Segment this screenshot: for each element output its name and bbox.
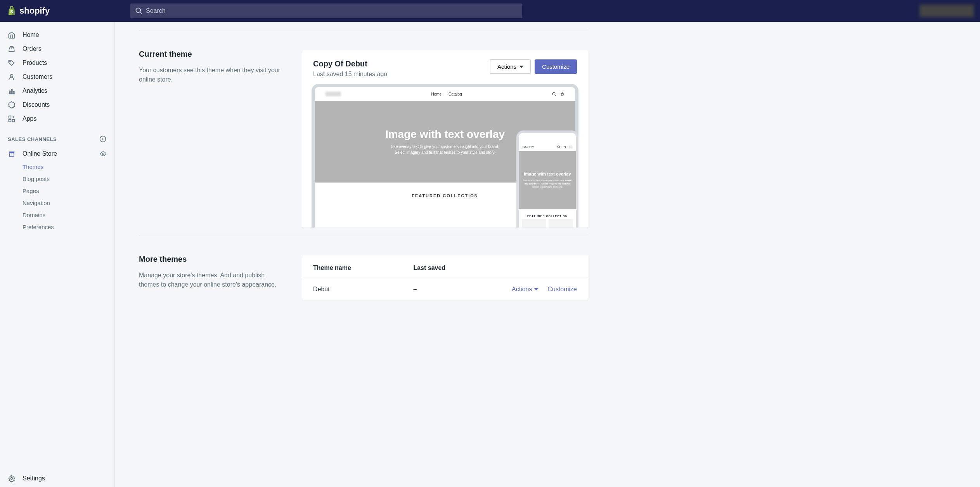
nav-label: Apps	[23, 115, 36, 122]
brand-name: shopify	[19, 6, 50, 16]
svg-point-3	[10, 61, 11, 62]
customize-button[interactable]: Customize	[535, 59, 577, 74]
theme-row: Debut – Actions Customize	[302, 278, 588, 301]
chart-icon	[8, 87, 16, 95]
nav-label: Orders	[23, 45, 42, 52]
subnav-domains[interactable]: Domains	[23, 209, 114, 221]
channel-label: Online Store	[23, 150, 57, 157]
preview-logo	[326, 92, 341, 96]
discount-icon	[8, 101, 16, 109]
inbox-icon	[8, 45, 16, 53]
bag-icon	[563, 145, 566, 149]
main-content: Current theme Your customers see this th…	[115, 22, 604, 317]
current-theme-desc: Your customers see this theme when they …	[139, 66, 286, 84]
last-saved: Last saved 15 minutes ago	[313, 71, 387, 78]
search-icon	[552, 92, 556, 96]
bag-icon	[560, 92, 564, 96]
svg-point-4	[10, 74, 13, 77]
row-actions-button[interactable]: Actions	[512, 286, 538, 293]
svg-point-17	[102, 153, 104, 155]
svg-rect-8	[13, 92, 14, 94]
store-icon	[8, 150, 16, 158]
sales-channels-header: SALES CHANNELS	[0, 126, 114, 147]
nav-apps[interactable]: Apps	[0, 112, 114, 126]
nav-label: Home	[23, 31, 39, 38]
nav-orders[interactable]: Orders	[0, 42, 114, 56]
svg-rect-10	[9, 120, 11, 122]
col-theme-name: Theme name	[313, 264, 413, 271]
svg-rect-6	[9, 91, 10, 94]
subnav-navigation[interactable]: Navigation	[23, 197, 114, 209]
person-icon	[8, 73, 16, 81]
channel-online-store[interactable]: Online Store	[0, 147, 114, 161]
nav-analytics[interactable]: Analytics	[0, 84, 114, 98]
theme-name: Copy Of Debut	[313, 59, 387, 68]
subnav-themes[interactable]: Themes	[23, 161, 114, 173]
current-theme-heading: Current theme	[139, 50, 286, 59]
menu-icon	[569, 145, 572, 149]
nav-products[interactable]: Products	[0, 56, 114, 70]
preview-hero-title: Image with text overlay	[385, 128, 505, 141]
current-theme-card: Copy Of Debut Last saved 15 minutes ago …	[302, 50, 588, 228]
svg-line-20	[555, 94, 556, 96]
nav-discounts[interactable]: Discounts	[0, 98, 114, 112]
row-last-saved: –	[413, 286, 417, 293]
svg-line-22	[559, 148, 560, 148]
row-customize-button[interactable]: Customize	[547, 286, 577, 293]
subnav-preferences[interactable]: Preferences	[23, 221, 114, 233]
nav-label: Analytics	[23, 87, 47, 94]
theme-preview: Home Catalog Image with text overlay Use…	[302, 84, 588, 228]
themes-table: Theme name Last saved Debut – Actions Cu…	[302, 255, 588, 301]
eye-icon[interactable]	[100, 150, 107, 157]
mobile-preview: SALTTY Image with text overlay Use overl…	[516, 130, 578, 228]
svg-text:S: S	[10, 9, 13, 14]
search-input[interactable]	[130, 3, 522, 18]
subnav-pages[interactable]: Pages	[23, 185, 114, 197]
col-last-saved: Last saved	[413, 264, 577, 271]
nav-home[interactable]: Home	[0, 28, 114, 42]
top-bar: S shopify	[0, 0, 980, 22]
subnav-blog-posts[interactable]: Blog posts	[23, 173, 114, 185]
mobile-brand: SALTTY	[523, 145, 534, 149]
caret-down-icon	[534, 288, 538, 290]
shopify-bag-icon: S	[6, 5, 17, 16]
sidebar: Home Orders Products Customers Analytics…	[0, 22, 115, 317]
user-avatar[interactable]	[919, 5, 974, 17]
more-themes-heading: More themes	[139, 255, 286, 264]
search-icon	[557, 145, 561, 149]
caret-down-icon	[519, 66, 523, 68]
more-themes-desc: Manage your store's themes. Add and publ…	[139, 271, 286, 289]
svg-rect-9	[9, 116, 11, 118]
svg-rect-11	[12, 120, 15, 122]
nav-customers[interactable]: Customers	[0, 70, 114, 84]
svg-point-21	[558, 146, 559, 148]
actions-button[interactable]: Actions	[490, 59, 531, 74]
tag-icon	[8, 59, 16, 67]
apps-icon	[8, 115, 16, 123]
brand-logo[interactable]: S shopify	[6, 5, 115, 16]
svg-point-19	[552, 92, 555, 95]
nav-label: Customers	[23, 73, 52, 80]
home-icon	[8, 31, 16, 39]
nav-label: Discounts	[23, 101, 50, 108]
row-theme-name: Debut	[313, 286, 413, 293]
nav-label: Products	[23, 59, 47, 66]
add-channel-icon[interactable]	[99, 135, 107, 143]
svg-rect-7	[11, 89, 12, 94]
